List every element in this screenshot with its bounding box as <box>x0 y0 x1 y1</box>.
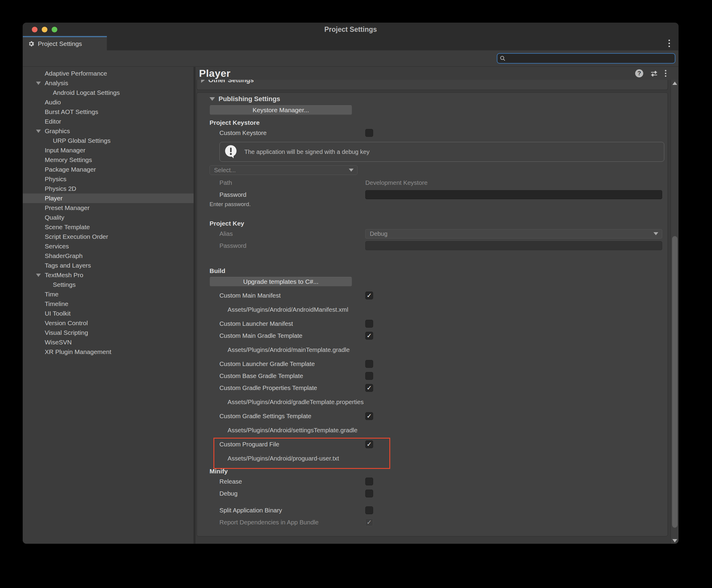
project-key-heading: Project Key <box>209 219 662 228</box>
checkbox-custom-base-gradle-template[interactable] <box>365 372 373 380</box>
sidebar-item-burst-aot-settings[interactable]: Burst AOT Settings <box>23 107 194 117</box>
sidebar-item-settings[interactable]: Settings <box>23 280 194 290</box>
setting-row-custom-launcher-manifest: Custom Launcher Manifest <box>209 318 662 330</box>
sidebar-item-physics[interactable]: Physics <box>23 174 194 184</box>
more-options-icon[interactable] <box>665 70 666 77</box>
setting-label: Split Application Binary <box>209 507 365 514</box>
vertical-scrollbar[interactable] <box>671 80 678 544</box>
setting-row-custom-main-gradle-template: Custom Main Gradle Template✓ <box>209 330 662 342</box>
sidebar-item-player[interactable]: Player <box>23 193 194 203</box>
setting-row-custom-proguard-file: Custom Proguard File✓ <box>209 438 662 450</box>
sidebar-item-input-manager[interactable]: Input Manager <box>23 146 194 155</box>
sidebar-item-label: Editor <box>23 118 61 125</box>
keystore-password-input[interactable] <box>365 190 662 199</box>
publishing-settings-header[interactable]: Publishing Settings <box>209 94 662 104</box>
sidebar-item-physics-2d[interactable]: Physics 2D <box>23 184 194 193</box>
section-other-settings[interactable]: Other Settings <box>197 80 668 90</box>
foldout-expanded-icon[interactable] <box>36 274 41 277</box>
checkbox-custom-launcher-gradle-template[interactable] <box>365 360 373 368</box>
sidebar-item-visual-scripting[interactable]: Visual Scripting <box>23 328 194 337</box>
sidebar-item-package-manager[interactable]: Package Manager <box>23 165 194 174</box>
sidebar-item-memory-settings[interactable]: Memory Settings <box>23 155 194 165</box>
scrollbar-thumb[interactable] <box>672 236 677 528</box>
sidebar-item-quality[interactable]: Quality <box>23 213 194 222</box>
help-icon[interactable]: ? <box>635 69 643 78</box>
search-input[interactable] <box>508 55 670 62</box>
password-hint: Enter password. <box>209 201 662 208</box>
setting-row-custom-main-manifest: Custom Main Manifest✓ <box>209 290 662 301</box>
setting-row-split-application-binary: Split Application Binary <box>209 504 662 516</box>
sidebar-item-wisesvn[interactable]: WiseSVN <box>23 337 194 347</box>
tab-project-settings[interactable]: Project Settings <box>23 36 107 50</box>
checkbox-custom-gradle-settings-template[interactable]: ✓ <box>365 412 373 420</box>
sidebar-item-graphics[interactable]: Graphics <box>23 126 194 136</box>
scroll-down-icon[interactable] <box>672 539 677 542</box>
presets-icon[interactable] <box>650 69 658 78</box>
sidebar-item-time[interactable]: Time <box>23 290 194 299</box>
sidebar-item-shadergraph[interactable]: ShaderGraph <box>23 251 194 261</box>
sidebar-item-label: Physics <box>23 175 66 183</box>
alias-value: Debug <box>370 230 388 237</box>
sidebar-item-script-execution-order[interactable]: Script Execution Order <box>23 232 194 241</box>
checkbox-custom-gradle-properties-template[interactable]: ✓ <box>365 384 373 392</box>
sidebar-item-label: ShaderGraph <box>23 252 83 259</box>
settings-category-list: Adaptive PerformanceAnalysisAndroid Logc… <box>23 67 194 544</box>
checkbox-custom-proguard-file[interactable]: ✓ <box>365 440 373 448</box>
sidebar-item-version-control[interactable]: Version Control <box>23 318 194 328</box>
checkbox-custom-launcher-manifest[interactable] <box>365 320 373 328</box>
alias-dropdown[interactable]: Debug <box>365 229 662 238</box>
sidebar-item-label: Burst AOT Settings <box>23 108 98 115</box>
sidebar-item-textmesh-pro[interactable]: TextMesh Pro <box>23 270 194 280</box>
checkbox-custom-keystore[interactable] <box>365 129 373 137</box>
setting-row-custom-base-gradle-template: Custom Base Gradle Template <box>209 370 662 382</box>
body: Adaptive PerformanceAnalysisAndroid Logc… <box>23 67 678 544</box>
checkbox-release[interactable] <box>365 478 373 485</box>
content-panel: Player ? <box>196 67 678 544</box>
section-title: Other Settings <box>208 80 254 84</box>
setting-row-custom-gradle-properties-template: Custom Gradle Properties Template✓ <box>209 382 662 394</box>
foldout-expanded-icon[interactable] <box>36 130 41 133</box>
upgrade-templates-button[interactable]: Upgrade templates to C#... <box>209 277 352 287</box>
setting-label: Custom Base Gradle Template <box>209 372 365 379</box>
sidebar-item-label: Script Execution Order <box>23 233 108 240</box>
sidebar-item-xr-plugin-management[interactable]: XR Plugin Management <box>23 347 194 357</box>
sidebar-item-label: Version Control <box>23 319 88 327</box>
key-password-input[interactable] <box>365 241 662 250</box>
scroll-up-icon[interactable] <box>672 82 677 85</box>
debug-key-warning: The application will be signed with a de… <box>219 142 664 162</box>
keystore-select-dropdown[interactable]: Select... <box>209 165 358 175</box>
keystore-manager-button[interactable]: Keystore Manager... <box>209 105 352 115</box>
sidebar-item-adaptive-performance[interactable]: Adaptive Performance <box>23 69 194 78</box>
keystore-path-row: Path Development Keystore <box>209 177 662 189</box>
sidebar-item-android-logcat-settings[interactable]: Android Logcat Settings <box>23 88 194 98</box>
sidebar-item-label: Player <box>23 195 63 202</box>
tab-bar-menu-icon[interactable] <box>665 36 674 50</box>
sidebar-item-preset-manager[interactable]: Preset Manager <box>23 203 194 213</box>
sidebar-item-timeline[interactable]: Timeline <box>23 299 194 309</box>
setting-row-report-dependencies-in-app-bundle: Report Dependencies in App Bundle✓ <box>209 516 662 528</box>
sidebar-item-ui-toolkit[interactable]: UI Toolkit <box>23 309 194 318</box>
sidebar-item-label: Visual Scripting <box>23 329 88 336</box>
sidebar-item-label: Input Manager <box>23 147 85 154</box>
sidebar-item-scene-template[interactable]: Scene Template <box>23 222 194 232</box>
sidebar-item-analysis[interactable]: Analysis <box>23 78 194 88</box>
sidebar-item-editor[interactable]: Editor <box>23 117 194 126</box>
sidebar-item-label: Android Logcat Settings <box>23 89 120 96</box>
content-header: Player ? <box>196 67 678 80</box>
sidebar-item-services[interactable]: Services <box>23 241 194 251</box>
checkbox-debug[interactable] <box>365 489 373 498</box>
sidebar-item-urp-global-settings[interactable]: URP Global Settings <box>23 136 194 146</box>
search-box[interactable] <box>497 53 675 64</box>
checkbox-custom-main-gradle-template[interactable]: ✓ <box>365 332 373 340</box>
sidebar-item-label: Analysis <box>23 80 68 87</box>
sidebar-item-label: Tags and Layers <box>23 262 91 269</box>
key-password-label: Password <box>209 242 365 249</box>
checkbox-split-application-binary[interactable] <box>365 506 373 514</box>
setting-label: Custom Main Gradle Template <box>209 332 365 339</box>
foldout-expanded-icon[interactable] <box>36 82 41 85</box>
sidebar-item-label: Preset Manager <box>23 204 89 211</box>
sidebar-item-audio[interactable]: Audio <box>23 98 194 107</box>
setting-label: Custom Proguard File <box>209 441 365 448</box>
checkbox-custom-main-manifest[interactable]: ✓ <box>365 292 373 299</box>
sidebar-item-tags-and-layers[interactable]: Tags and Layers <box>23 261 194 270</box>
